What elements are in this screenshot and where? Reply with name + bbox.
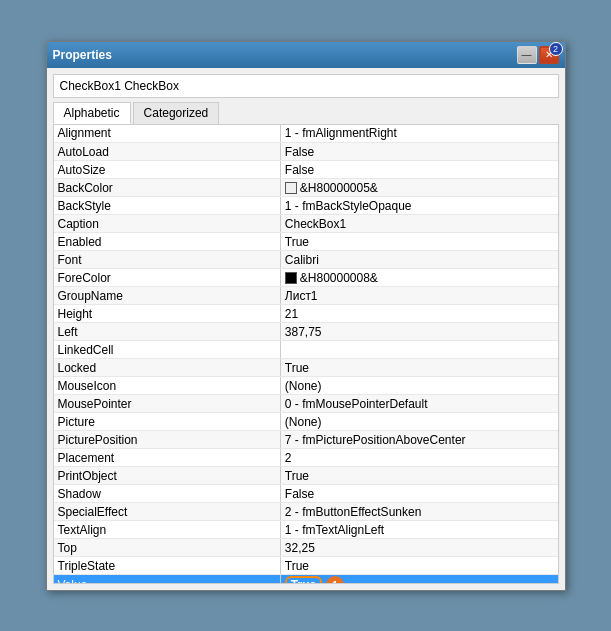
component-header: CheckBox1 CheckBox <box>53 74 559 98</box>
properties-table-container[interactable]: Alignment1 - fmAlignmentRightAutoLoadFal… <box>53 124 559 584</box>
tab-categorized[interactable]: Categorized <box>133 102 220 124</box>
table-row[interactable]: TripleStateTrue <box>54 557 558 575</box>
table-row[interactable]: BackColor&H80000005& <box>54 179 558 197</box>
properties-window: Properties — ✕ 2 CheckBox1 CheckBox Alph… <box>46 41 566 591</box>
property-value[interactable]: 1 - fmAlignmentRight <box>280 125 557 143</box>
property-name: LinkedCell <box>54 341 281 359</box>
property-value[interactable]: &H80000008& <box>280 269 557 287</box>
table-row[interactable]: LockedTrue <box>54 359 558 377</box>
component-name: CheckBox1 CheckBox <box>60 79 179 93</box>
table-row[interactable]: PrintObjectTrue <box>54 467 558 485</box>
property-name: Locked <box>54 359 281 377</box>
property-name: Top <box>54 539 281 557</box>
property-value[interactable]: 0 - fmMousePointerDefault <box>280 395 557 413</box>
window-content: CheckBox1 CheckBox Alphabetic Categorize… <box>47 68 565 590</box>
property-value[interactable]: 21 <box>280 305 557 323</box>
property-name: Height <box>54 305 281 323</box>
property-name: Shadow <box>54 485 281 503</box>
table-row[interactable]: ForeColor&H80000008& <box>54 269 558 287</box>
property-value[interactable] <box>280 341 557 359</box>
property-value[interactable]: (None) <box>280 377 557 395</box>
tabs-container: Alphabetic Categorized <box>53 102 559 124</box>
property-value[interactable]: True <box>280 467 557 485</box>
property-name: TextAlign <box>54 521 281 539</box>
property-name: Font <box>54 251 281 269</box>
table-row[interactable]: BackStyle1 - fmBackStyleOpaque <box>54 197 558 215</box>
property-name: MousePointer <box>54 395 281 413</box>
table-row[interactable]: SpecialEffect2 - fmButtonEffectSunken <box>54 503 558 521</box>
tab-alphabetic[interactable]: Alphabetic <box>53 102 131 124</box>
property-name: Value <box>54 575 281 584</box>
property-name: Alignment <box>54 125 281 143</box>
property-value[interactable]: 7 - fmPicturePositionAboveCenter <box>280 431 557 449</box>
table-row[interactable]: ShadowFalse <box>54 485 558 503</box>
property-value[interactable]: &H80000005& <box>280 179 557 197</box>
table-row[interactable]: GroupNameЛист1 <box>54 287 558 305</box>
property-value[interactable]: 32,25 <box>280 539 557 557</box>
property-value[interactable]: (None) <box>280 413 557 431</box>
property-value[interactable]: False <box>280 161 557 179</box>
property-value[interactable]: Лист1 <box>280 287 557 305</box>
property-value[interactable]: 387,75 <box>280 323 557 341</box>
window-title: Properties <box>53 48 112 62</box>
property-name: MouseIcon <box>54 377 281 395</box>
property-value[interactable]: True1 <box>280 575 557 584</box>
property-name: BackStyle <box>54 197 281 215</box>
table-row[interactable]: FontCalibri <box>54 251 558 269</box>
table-row[interactable]: Picture(None) <box>54 413 558 431</box>
property-name: Enabled <box>54 233 281 251</box>
property-name: Left <box>54 323 281 341</box>
color-box-icon <box>285 272 297 284</box>
property-value[interactable]: 1 - fmTextAlignLeft <box>280 521 557 539</box>
property-value[interactable]: False <box>280 143 557 161</box>
table-row[interactable]: Height21 <box>54 305 558 323</box>
close-button[interactable]: ✕ 2 <box>539 46 559 64</box>
property-name: PicturePosition <box>54 431 281 449</box>
property-value[interactable]: CheckBox1 <box>280 215 557 233</box>
property-value[interactable]: False <box>280 485 557 503</box>
property-name: AutoLoad <box>54 143 281 161</box>
color-box-icon <box>285 182 297 194</box>
property-name: Placement <box>54 449 281 467</box>
property-name: PrintObject <box>54 467 281 485</box>
property-name: ForeColor <box>54 269 281 287</box>
title-bar: Properties — ✕ 2 <box>47 42 565 68</box>
table-row[interactable]: CaptionCheckBox1 <box>54 215 558 233</box>
property-name: SpecialEffect <box>54 503 281 521</box>
property-value[interactable]: 2 - fmButtonEffectSunken <box>280 503 557 521</box>
property-value[interactable]: True <box>280 359 557 377</box>
table-row[interactable]: MousePointer0 - fmMousePointerDefault <box>54 395 558 413</box>
property-value[interactable]: 1 - fmBackStyleOpaque <box>280 197 557 215</box>
table-row[interactable]: EnabledTrue <box>54 233 558 251</box>
table-row[interactable]: ValueTrue1 <box>54 575 558 584</box>
property-name: TripleState <box>54 557 281 575</box>
table-row[interactable]: PicturePosition7 - fmPicturePositionAbov… <box>54 431 558 449</box>
table-row[interactable]: MouseIcon(None) <box>54 377 558 395</box>
table-row[interactable]: Alignment1 - fmAlignmentRight <box>54 125 558 143</box>
table-row[interactable]: LinkedCell <box>54 341 558 359</box>
table-row[interactable]: Placement2 <box>54 449 558 467</box>
close-badge: 2 <box>549 42 563 56</box>
value-oval: True <box>285 576 322 584</box>
table-row[interactable]: AutoSizeFalse <box>54 161 558 179</box>
minimize-button[interactable]: — <box>517 46 537 64</box>
property-value[interactable]: True <box>280 557 557 575</box>
table-row[interactable]: AutoLoadFalse <box>54 143 558 161</box>
table-row[interactable]: TextAlign1 - fmTextAlignLeft <box>54 521 558 539</box>
table-row[interactable]: Left387,75 <box>54 323 558 341</box>
property-name: AutoSize <box>54 161 281 179</box>
property-name: Caption <box>54 215 281 233</box>
property-name: Picture <box>54 413 281 431</box>
property-value[interactable]: True <box>280 233 557 251</box>
property-value[interactable]: Calibri <box>280 251 557 269</box>
property-name: BackColor <box>54 179 281 197</box>
property-name: GroupName <box>54 287 281 305</box>
title-bar-controls: — ✕ 2 <box>517 46 559 64</box>
table-row[interactable]: Top32,25 <box>54 539 558 557</box>
property-value[interactable]: 2 <box>280 449 557 467</box>
properties-table: Alignment1 - fmAlignmentRightAutoLoadFal… <box>54 125 558 584</box>
value-badge: 1 <box>326 576 344 584</box>
